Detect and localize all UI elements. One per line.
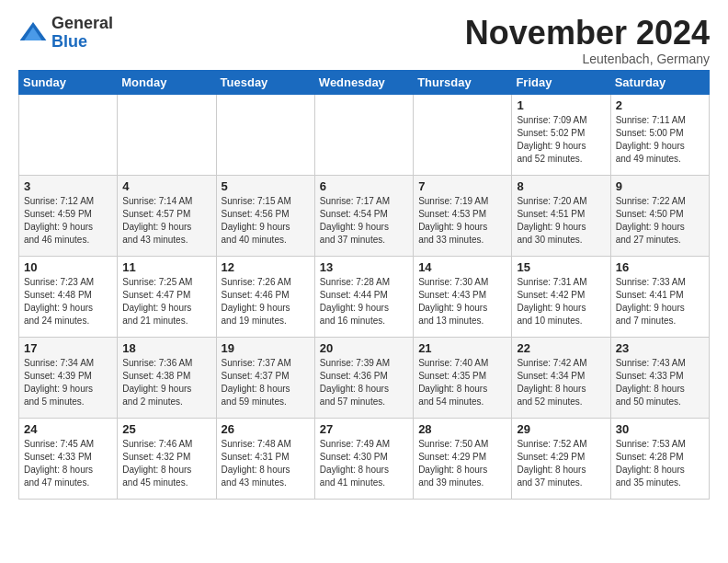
day-info-9: Sunrise: 7:22 AM Sunset: 4:50 PM Dayligh… bbox=[616, 195, 704, 247]
day-cell-1-0: 3Sunrise: 7:12 AM Sunset: 4:59 PM Daylig… bbox=[19, 175, 118, 256]
title-block: November 2024 Leutenbach, Germany bbox=[465, 15, 710, 66]
day-cell-2-5: 15Sunrise: 7:31 AM Sunset: 4:42 PM Dayli… bbox=[512, 256, 610, 337]
day-number-26: 26 bbox=[222, 422, 310, 436]
day-cell-3-3: 20Sunrise: 7:39 AM Sunset: 4:36 PM Dayli… bbox=[314, 337, 413, 418]
col-tuesday: Tuesday bbox=[216, 70, 314, 94]
day-cell-0-2 bbox=[216, 94, 314, 175]
day-cell-3-0: 17Sunrise: 7:34 AM Sunset: 4:39 PM Dayli… bbox=[19, 337, 118, 418]
day-cell-0-1 bbox=[118, 94, 216, 175]
day-number-25: 25 bbox=[122, 422, 210, 436]
day-cell-0-5: 1Sunrise: 7:09 AM Sunset: 5:02 PM Daylig… bbox=[512, 94, 610, 175]
day-cell-2-4: 14Sunrise: 7:30 AM Sunset: 4:43 PM Dayli… bbox=[414, 256, 512, 337]
day-number-29: 29 bbox=[517, 422, 605, 436]
day-number-3: 3 bbox=[24, 179, 112, 193]
day-number-18: 18 bbox=[122, 341, 210, 355]
day-info-7: Sunrise: 7:19 AM Sunset: 4:53 PM Dayligh… bbox=[418, 195, 506, 247]
day-info-26: Sunrise: 7:48 AM Sunset: 4:31 PM Dayligh… bbox=[222, 438, 310, 489]
day-number-16: 16 bbox=[616, 260, 704, 274]
col-saturday: Saturday bbox=[610, 70, 709, 94]
day-info-4: Sunrise: 7:14 AM Sunset: 4:57 PM Dayligh… bbox=[122, 195, 210, 247]
day-cell-1-5: 8Sunrise: 7:20 AM Sunset: 4:51 PM Daylig… bbox=[512, 175, 610, 256]
day-info-28: Sunrise: 7:50 AM Sunset: 4:29 PM Dayligh… bbox=[418, 438, 506, 489]
day-number-23: 23 bbox=[616, 341, 704, 355]
day-info-24: Sunrise: 7:45 AM Sunset: 4:33 PM Dayligh… bbox=[24, 438, 112, 489]
day-number-14: 14 bbox=[418, 260, 506, 274]
logo-general-text: General bbox=[51, 15, 113, 33]
day-number-20: 20 bbox=[320, 341, 408, 355]
week-row-1: 3Sunrise: 7:12 AM Sunset: 4:59 PM Daylig… bbox=[19, 175, 710, 256]
header-row-days: Sunday Monday Tuesday Wednesday Thursday… bbox=[19, 70, 710, 94]
week-row-4: 24Sunrise: 7:45 AM Sunset: 4:33 PM Dayli… bbox=[19, 418, 710, 499]
day-cell-1-3: 6Sunrise: 7:17 AM Sunset: 4:54 PM Daylig… bbox=[314, 175, 413, 256]
day-cell-2-2: 12Sunrise: 7:26 AM Sunset: 4:46 PM Dayli… bbox=[216, 256, 314, 337]
day-info-15: Sunrise: 7:31 AM Sunset: 4:42 PM Dayligh… bbox=[517, 276, 605, 327]
day-number-13: 13 bbox=[320, 260, 408, 274]
day-cell-1-4: 7Sunrise: 7:19 AM Sunset: 4:53 PM Daylig… bbox=[414, 175, 512, 256]
day-number-15: 15 bbox=[517, 260, 605, 274]
day-info-8: Sunrise: 7:20 AM Sunset: 4:51 PM Dayligh… bbox=[517, 195, 605, 247]
day-cell-3-6: 23Sunrise: 7:43 AM Sunset: 4:33 PM Dayli… bbox=[610, 337, 709, 418]
day-cell-2-6: 16Sunrise: 7:33 AM Sunset: 4:41 PM Dayli… bbox=[610, 256, 709, 337]
day-info-5: Sunrise: 7:15 AM Sunset: 4:56 PM Dayligh… bbox=[222, 195, 310, 247]
header-row: General Blue November 2024 Leutenbach, G… bbox=[18, 15, 710, 66]
day-number-30: 30 bbox=[616, 422, 704, 436]
day-info-10: Sunrise: 7:23 AM Sunset: 4:48 PM Dayligh… bbox=[24, 276, 112, 327]
day-info-27: Sunrise: 7:49 AM Sunset: 4:30 PM Dayligh… bbox=[320, 438, 408, 489]
col-sunday: Sunday bbox=[19, 70, 118, 94]
day-cell-2-1: 11Sunrise: 7:25 AM Sunset: 4:47 PM Dayli… bbox=[118, 256, 216, 337]
day-cell-2-3: 13Sunrise: 7:28 AM Sunset: 4:44 PM Dayli… bbox=[314, 256, 413, 337]
day-cell-0-4 bbox=[414, 94, 512, 175]
generalblue-icon bbox=[18, 18, 48, 48]
day-cell-4-0: 24Sunrise: 7:45 AM Sunset: 4:33 PM Dayli… bbox=[19, 418, 118, 499]
day-info-3: Sunrise: 7:12 AM Sunset: 4:59 PM Dayligh… bbox=[24, 195, 112, 247]
day-number-7: 7 bbox=[418, 179, 506, 193]
day-info-30: Sunrise: 7:53 AM Sunset: 4:28 PM Dayligh… bbox=[616, 438, 704, 489]
day-info-13: Sunrise: 7:28 AM Sunset: 4:44 PM Dayligh… bbox=[320, 276, 408, 327]
day-cell-3-4: 21Sunrise: 7:40 AM Sunset: 4:35 PM Dayli… bbox=[414, 337, 512, 418]
day-cell-1-1: 4Sunrise: 7:14 AM Sunset: 4:57 PM Daylig… bbox=[118, 175, 216, 256]
week-row-3: 17Sunrise: 7:34 AM Sunset: 4:39 PM Dayli… bbox=[19, 337, 710, 418]
day-cell-4-5: 29Sunrise: 7:52 AM Sunset: 4:29 PM Dayli… bbox=[512, 418, 610, 499]
day-number-11: 11 bbox=[122, 260, 210, 274]
day-info-21: Sunrise: 7:40 AM Sunset: 4:35 PM Dayligh… bbox=[418, 357, 506, 408]
page: General Blue November 2024 Leutenbach, G… bbox=[0, 0, 728, 509]
day-number-27: 27 bbox=[320, 422, 408, 436]
day-info-25: Sunrise: 7:46 AM Sunset: 4:32 PM Dayligh… bbox=[122, 438, 210, 489]
day-number-2: 2 bbox=[616, 98, 704, 112]
week-row-2: 10Sunrise: 7:23 AM Sunset: 4:48 PM Dayli… bbox=[19, 256, 710, 337]
day-number-1: 1 bbox=[517, 98, 605, 112]
logo: General Blue bbox=[18, 15, 113, 52]
day-info-29: Sunrise: 7:52 AM Sunset: 4:29 PM Dayligh… bbox=[517, 438, 605, 489]
day-info-19: Sunrise: 7:37 AM Sunset: 4:37 PM Dayligh… bbox=[222, 357, 310, 408]
day-number-4: 4 bbox=[122, 179, 210, 193]
day-info-23: Sunrise: 7:43 AM Sunset: 4:33 PM Dayligh… bbox=[616, 357, 704, 408]
day-info-2: Sunrise: 7:11 AM Sunset: 5:00 PM Dayligh… bbox=[616, 114, 704, 166]
day-info-18: Sunrise: 7:36 AM Sunset: 4:38 PM Dayligh… bbox=[122, 357, 210, 408]
day-cell-0-6: 2Sunrise: 7:11 AM Sunset: 5:00 PM Daylig… bbox=[610, 94, 709, 175]
day-cell-4-4: 28Sunrise: 7:50 AM Sunset: 4:29 PM Dayli… bbox=[414, 418, 512, 499]
day-number-21: 21 bbox=[418, 341, 506, 355]
day-number-12: 12 bbox=[222, 260, 310, 274]
day-cell-4-6: 30Sunrise: 7:53 AM Sunset: 4:28 PM Dayli… bbox=[610, 418, 709, 499]
location: Leutenbach, Germany bbox=[465, 52, 710, 66]
day-info-22: Sunrise: 7:42 AM Sunset: 4:34 PM Dayligh… bbox=[517, 357, 605, 408]
day-cell-0-0 bbox=[19, 94, 118, 175]
day-number-10: 10 bbox=[24, 260, 112, 274]
day-number-9: 9 bbox=[616, 179, 704, 193]
day-number-5: 5 bbox=[222, 179, 310, 193]
col-thursday: Thursday bbox=[414, 70, 512, 94]
day-info-12: Sunrise: 7:26 AM Sunset: 4:46 PM Dayligh… bbox=[222, 276, 310, 327]
day-number-22: 22 bbox=[517, 341, 605, 355]
day-number-8: 8 bbox=[517, 179, 605, 193]
day-number-24: 24 bbox=[24, 422, 112, 436]
day-cell-4-3: 27Sunrise: 7:49 AM Sunset: 4:30 PM Dayli… bbox=[314, 418, 413, 499]
day-info-20: Sunrise: 7:39 AM Sunset: 4:36 PM Dayligh… bbox=[320, 357, 408, 408]
day-cell-3-1: 18Sunrise: 7:36 AM Sunset: 4:38 PM Dayli… bbox=[118, 337, 216, 418]
logo-blue-text: Blue bbox=[51, 33, 113, 52]
day-cell-2-0: 10Sunrise: 7:23 AM Sunset: 4:48 PM Dayli… bbox=[19, 256, 118, 337]
day-cell-1-6: 9Sunrise: 7:22 AM Sunset: 4:50 PM Daylig… bbox=[610, 175, 709, 256]
day-info-16: Sunrise: 7:33 AM Sunset: 4:41 PM Dayligh… bbox=[616, 276, 704, 327]
day-cell-1-2: 5Sunrise: 7:15 AM Sunset: 4:56 PM Daylig… bbox=[216, 175, 314, 256]
calendar-table: Sunday Monday Tuesday Wednesday Thursday… bbox=[18, 70, 710, 500]
day-info-1: Sunrise: 7:09 AM Sunset: 5:02 PM Dayligh… bbox=[517, 114, 605, 166]
